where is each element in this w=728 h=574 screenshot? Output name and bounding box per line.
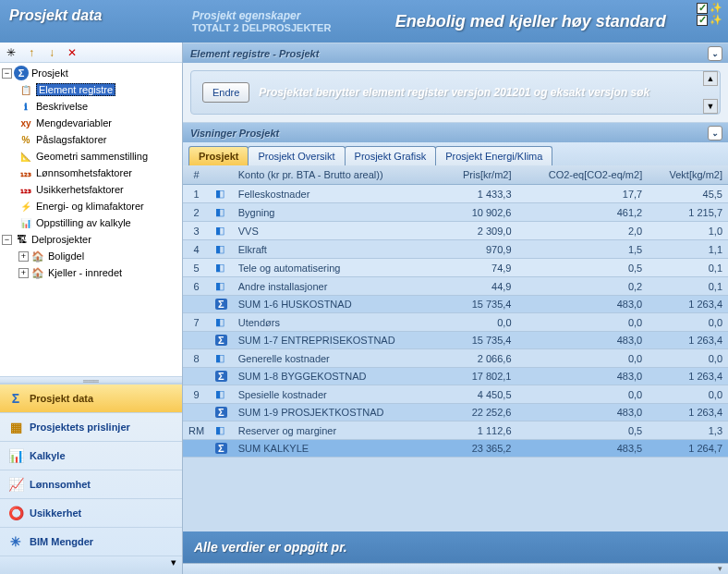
tree-item[interactable]: ℹBeskrivelse (0, 98, 182, 115)
tree-item[interactable]: ₁₂₃Usikkerhetsfaktorer (0, 181, 182, 198)
item-icon: 📋 (18, 82, 33, 97)
row-label: Andre installasjoner (233, 277, 443, 296)
table-row[interactable]: 2◧Bygning10 902,6461,21 215,7 (183, 203, 728, 222)
new-icon[interactable]: ✳ (4, 45, 18, 60)
chevron-down-icon[interactable]: ⌄ (708, 126, 722, 140)
scroll-down-icon[interactable]: ▼ (703, 99, 718, 114)
tab[interactable]: Prosjekt (188, 146, 249, 165)
tree-root[interactable]: − Σ Prosjekt (0, 65, 182, 81)
row-pris: 1 112,6 (443, 421, 517, 440)
table-row[interactable]: ΣSUM 1-7 ENTREPRISEKOSTNAD15 735,4483,01… (183, 332, 728, 349)
row-label: SUM 1-9 PROSJEKTKOSTNAD (233, 404, 443, 421)
up-arrow-icon[interactable]: ↑ (24, 45, 39, 60)
row-vekt: 1 215,7 (648, 203, 728, 222)
table-row[interactable]: 1◧Felleskostnader1 433,317,745,5 (183, 185, 728, 203)
checkbox-icon[interactable] (697, 15, 708, 26)
tree-item[interactable]: xyMengdevariabler (0, 115, 182, 131)
nav-item[interactable]: ⭕Usikkerhet (0, 498, 182, 527)
row-vekt: 1,1 (648, 240, 728, 259)
tree-label: Beskrivelse (36, 101, 88, 112)
collapse-icon[interactable]: − (2, 235, 12, 245)
tree-item[interactable]: ₁₂₃Lønnsomhetsfaktorer (0, 165, 182, 181)
col-icon[interactable] (210, 165, 233, 185)
tree-subroot[interactable]: − 🏗 Delprosjekter (0, 231, 182, 248)
tab[interactable]: Prosjekt Energi/Klima (435, 146, 552, 165)
footer-text: Alle verdier er oppgitt pr. (194, 540, 347, 555)
row-label: SUM 1-6 HUSKOSTNAD (233, 296, 443, 313)
nav-item[interactable]: ΣProsjekt data (0, 384, 182, 412)
table-row[interactable]: 9◧Spesielle kostnader4 450,50,00,0 (183, 385, 728, 404)
nav-item[interactable]: 📈Lønnsomhet (0, 470, 182, 498)
props-title: Prosjekt egenskaper (192, 9, 331, 22)
row-pris: 970,9 (443, 240, 517, 259)
sparkle-icon[interactable]: ✨ (710, 14, 722, 26)
sigma-icon: Σ (14, 66, 29, 80)
row-pris: 4 450,5 (443, 385, 517, 404)
tree-item[interactable]: %Påslagsfaktorer (0, 131, 182, 148)
table-row[interactable]: 7◧Utendørs0,00,00,0 (183, 313, 728, 332)
col-co2[interactable]: CO2-eq[CO2-eq/m2] (517, 165, 649, 185)
down-arrow-icon[interactable]: ↓ (44, 45, 59, 60)
col-vekt[interactable]: Vekt[kg/m2] (648, 165, 728, 185)
tree-item[interactable]: ⚡Energi- og klimafaktorer (0, 198, 182, 214)
nav-label: Kalkyle (30, 450, 66, 461)
row-label: Spesielle kostnader (233, 385, 443, 404)
table-row[interactable]: 3◧VVS2 309,02,01,0 (183, 222, 728, 240)
tab[interactable]: Prosjekt Grafisk (345, 146, 437, 165)
tree-label: Usikkerhetsfaktorer (36, 184, 124, 195)
tree-item[interactable]: 📊Oppstilling av kalkyle (0, 214, 182, 231)
header-toggle-icons[interactable]: ✨ ✨ (697, 2, 722, 26)
nav-item[interactable]: ▦Prosjektets prislinjer (0, 412, 182, 441)
tree-item[interactable]: 📐Geometri sammenstilling (0, 148, 182, 165)
scroll-up-icon[interactable]: ▲ (703, 71, 718, 86)
row-icon: ◧ (210, 259, 233, 277)
row-pris: 23 365,2 (443, 440, 517, 458)
tree-subitem[interactable]: +🏠Kjeller - innredet (0, 264, 182, 281)
checkbox-icon[interactable] (697, 3, 708, 14)
chevron-down-icon[interactable]: ⌄ (708, 46, 722, 61)
table-row[interactable]: ΣSUM 1-8 BYGGEKOSTNAD17 802,1483,01 263,… (183, 368, 728, 385)
col-konto[interactable]: Konto (kr pr. BTA - Brutto areal)) (233, 165, 443, 185)
row-label: Reserver og marginer (233, 421, 443, 440)
col-pris[interactable]: Pris[kr/m2] (443, 165, 517, 185)
table-row[interactable]: 5◧Tele og automatisering74,90,50,1 (183, 259, 728, 277)
row-label: Generelle kostnader (233, 349, 443, 368)
expand-icon[interactable]: + (18, 268, 29, 278)
row-icon: Σ (210, 440, 233, 458)
item-icon: 📊 (18, 215, 33, 230)
table-row[interactable]: ΣSUM 1-9 PROSJEKTKOSTNAD22 252,6483,01 2… (183, 404, 728, 421)
table-row[interactable]: ΣSUM KALKYLE23 365,2483,51 264,7 (183, 440, 728, 458)
tabs-bar: ProsjektProsjekt OversiktProsjekt Grafis… (183, 142, 728, 165)
table-row[interactable]: 8◧Generelle kostnader2 066,60,00,0 (183, 349, 728, 368)
tab[interactable]: Prosjekt Oversikt (248, 146, 345, 165)
nav-footer[interactable]: ▾ (0, 556, 182, 574)
col-hash[interactable]: # (183, 165, 210, 185)
tree-subitem[interactable]: +🏠Boligdel (0, 248, 182, 264)
nav-item[interactable]: ✳BIM Mengder (0, 527, 182, 556)
collapse-icon[interactable]: − (2, 68, 12, 79)
tree-label: Delprosjekter (31, 234, 91, 245)
sparkle-icon[interactable]: ✨ (710, 2, 722, 14)
item-icon: xy (18, 116, 33, 130)
tree-item[interactable]: 📋Element registre (0, 81, 182, 98)
row-icon: ◧ (210, 277, 233, 296)
expand-icon[interactable]: + (18, 251, 29, 262)
row-co2: 483,0 (517, 404, 649, 421)
delete-icon[interactable]: ✕ (65, 45, 79, 60)
row-icon: ◧ (210, 203, 233, 222)
table-row[interactable]: RM◧Reserver og marginer1 112,60,51,3 (183, 421, 728, 440)
table-row[interactable]: 6◧Andre installasjoner44,90,20,1 (183, 277, 728, 296)
props-sub: TOTALT 2 DELPROSJEKTER (192, 22, 331, 33)
row-vekt: 1 263,4 (648, 332, 728, 349)
table-row[interactable]: 4◧Elkraft970,91,51,1 (183, 240, 728, 259)
bottom-strip[interactable]: ▾ (183, 563, 728, 574)
row-icon: ◧ (210, 313, 233, 332)
row-co2: 461,2 (517, 203, 649, 222)
tree-label: Prosjekt (31, 67, 68, 79)
nav-item[interactable]: 📊Kalkyle (0, 441, 182, 470)
splitter[interactable]: ═══ (0, 376, 182, 384)
endre-button[interactable]: Endre (202, 82, 249, 103)
row-vekt: 1,3 (648, 421, 728, 440)
table-row[interactable]: ΣSUM 1-6 HUSKOSTNAD15 735,4483,01 263,4 (183, 296, 728, 313)
row-icon: Σ (210, 332, 233, 349)
